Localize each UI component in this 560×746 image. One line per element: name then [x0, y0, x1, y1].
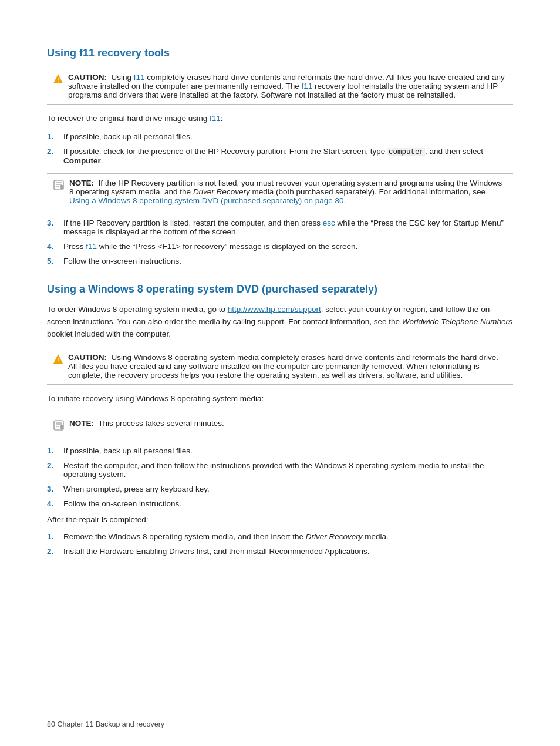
step-text-1-5: Follow the on-screen instructions.	[63, 257, 181, 266]
note-text-1: NOTE: If the HP Recovery partition is no…	[69, 179, 507, 205]
after-step-2: 2. Install the Hardware Enabling Drivers…	[47, 547, 513, 556]
svg-text:!: !	[57, 77, 59, 83]
step-2-1: 1. If possible, back up all personal fil…	[47, 446, 513, 455]
svg-text:!: !	[57, 357, 59, 364]
driver-recovery-italic-2: Driver Recovery	[306, 532, 363, 541]
step-2-2: 2. Restart the computer, and then follow…	[47, 461, 513, 479]
step-2-3: 3. When prompted, press any keyboard key…	[47, 485, 513, 493]
svg-rect-6	[60, 185, 63, 189]
step-1-5: 5. Follow the on-screen instructions.	[47, 257, 513, 266]
step-num-2-3: 3.	[47, 485, 58, 493]
hp-support-link[interactable]: http://www.hp.com/support	[228, 305, 321, 314]
f11-link-caution1[interactable]: f11	[134, 73, 145, 82]
after-repair-list: 1. Remove the Windows 8 operating system…	[47, 532, 513, 556]
caution-box-2: ! CAUTION: Using Windows 8 operating sys…	[47, 348, 513, 385]
steps-list-2: 3. If the HP Recovery partition is liste…	[47, 219, 513, 266]
step-num-1-3: 3.	[47, 219, 58, 227]
step-2-4: 4. Follow the on-screen instructions.	[47, 499, 513, 508]
steps-list-3: 1. If possible, back up all personal fil…	[47, 446, 513, 508]
win8-dvd-link[interactable]: Using a Windows 8 operating system DVD (…	[69, 196, 344, 205]
caution-label-2: CAUTION:	[68, 353, 107, 362]
step-1-2: 2. If possible, check for the presence o…	[47, 147, 513, 165]
step-1-3: 3. If the HP Recovery partition is liste…	[47, 219, 513, 236]
step-num-2-1: 1.	[47, 446, 58, 455]
initiate-text: To initiate recovery using Windows 8 ope…	[47, 393, 513, 405]
step-num-2-4: 4.	[47, 499, 58, 508]
caution-icon-1: !	[53, 73, 63, 86]
note-label-2: NOTE:	[69, 419, 94, 428]
caution-text-1: CAUTION: Using f11 completely erases har…	[68, 73, 507, 99]
after-step-text-1: Remove the Windows 8 operating system me…	[63, 532, 389, 541]
caution-text-2: CAUTION: Using Windows 8 operating syste…	[68, 353, 507, 379]
step-num-1-2: 2.	[47, 147, 58, 156]
step-num-1-4: 4.	[47, 242, 58, 251]
step-text-1-3: If the HP Recovery partition is listed, …	[63, 219, 513, 236]
note-label-1: NOTE:	[69, 179, 94, 187]
intro-para-1: To recover the original hard drive image…	[47, 113, 513, 125]
footer: 80 Chapter 11 Backup and recovery	[47, 720, 164, 728]
note-icon-1	[53, 179, 65, 193]
caution-label-1: CAUTION:	[68, 73, 107, 82]
note-text-2: NOTE: This process takes several minutes…	[69, 419, 224, 428]
steps-list-1: 1. If possible, back up all personal fil…	[47, 132, 513, 165]
computer-code: computer	[387, 148, 425, 156]
after-repair-text: After the repair is completed:	[47, 514, 513, 526]
step-text-1-2: If possible, check for the presence of t…	[63, 147, 513, 165]
svg-rect-14	[60, 425, 63, 429]
f11-link-step4[interactable]: f11	[86, 242, 97, 251]
section1-title: Using f11 recovery tools	[47, 47, 513, 59]
f11-link-intro[interactable]: f11	[210, 114, 221, 123]
after-step-text-2: Install the Hardware Enabling Drivers fi…	[63, 547, 370, 556]
step-1-1: 1. If possible, back up all personal fil…	[47, 132, 513, 141]
computer-bold: Computer	[63, 156, 101, 165]
step-text-2-3: When prompted, press any keyboard key.	[63, 485, 210, 493]
step-1-4: 4. Press f11 while the “Press <F11> for …	[47, 242, 513, 251]
after-step-num-1: 1.	[47, 532, 58, 541]
step-num-1-5: 5.	[47, 257, 58, 266]
step-text-1-4: Press f11 while the “Press <F11> for rec…	[63, 242, 357, 251]
step-text-2-2: Restart the computer, and then follow th…	[63, 461, 513, 479]
caution-icon-2: !	[53, 354, 63, 366]
after-step-num-2: 2.	[47, 547, 58, 556]
after-step-1: 1. Remove the Windows 8 operating system…	[47, 532, 513, 541]
note-icon-2	[53, 419, 65, 433]
step-text-2-1: If possible, back up all personal files.	[63, 446, 193, 455]
intro-para-2: To order Windows 8 operating system medi…	[47, 304, 513, 341]
section2-title: Using a Windows 8 operating system DVD (…	[47, 283, 513, 295]
step-num-1-1: 1.	[47, 132, 58, 141]
step-num-2-2: 2.	[47, 461, 58, 470]
step-text-2-4: Follow the on-screen instructions.	[63, 499, 181, 508]
worldwide-telephone-italic: Worldwide Telephone Numbers	[402, 317, 512, 326]
f11-link-caution1b[interactable]: f11	[301, 82, 312, 90]
esc-link[interactable]: esc	[323, 219, 335, 227]
driver-recovery-italic-1: Driver Recovery	[193, 187, 250, 196]
note-box-2: NOTE: This process takes several minutes…	[47, 414, 513, 438]
note-box-1: NOTE: If the HP Recovery partition is no…	[47, 173, 513, 210]
step-text-1-1: If possible, back up all personal files.	[63, 132, 193, 141]
caution-box-1: ! CAUTION: Using f11 completely erases h…	[47, 68, 513, 105]
